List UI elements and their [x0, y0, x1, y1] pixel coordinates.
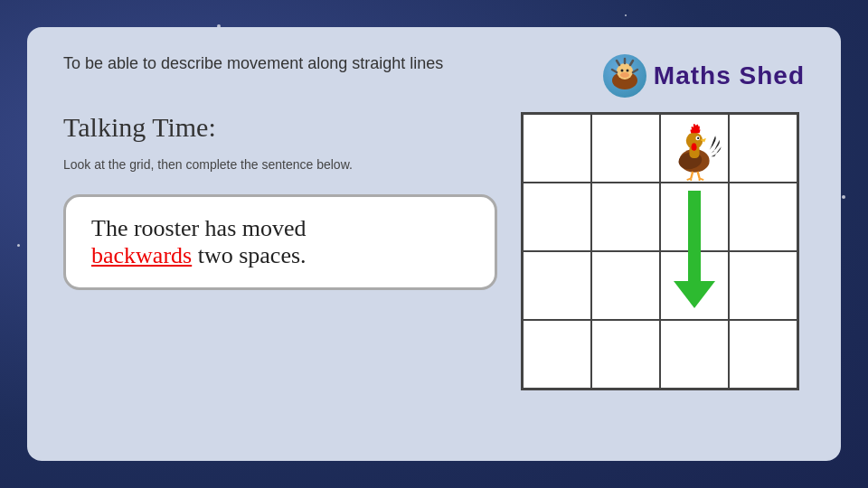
- svg-marker-23: [674, 281, 715, 308]
- svg-point-2: [620, 72, 629, 78]
- sentence-line2: backwards two spaces.: [91, 242, 469, 269]
- grid-cell-0-3: [729, 114, 797, 183]
- grid-cell-2-0: [523, 251, 591, 320]
- svg-line-16: [691, 172, 693, 178]
- sentence-line1: The rooster has moved: [91, 215, 469, 242]
- grid-cell-1-2: [660, 183, 729, 251]
- main-content: Talking Time: Look at the grid, then com…: [63, 112, 805, 434]
- header-row: To be able to describe movement along st…: [63, 54, 805, 98]
- svg-line-8: [612, 70, 617, 72]
- grid-cell-1-3: [729, 183, 797, 251]
- grid-cell-0-0: [523, 114, 591, 183]
- mascot-svg: [605, 56, 645, 96]
- talking-time-label: Talking Time:: [63, 112, 497, 143]
- svg-rect-22: [688, 191, 701, 281]
- movement-grid: [521, 112, 799, 390]
- grid-cell-0-1: [591, 114, 660, 183]
- grid-cell-2-3: [729, 251, 797, 320]
- grid-cell-2-1: [591, 251, 660, 320]
- grid-cell-3-3: [729, 320, 797, 389]
- logo-text: Maths Shed: [654, 63, 805, 89]
- sentence-suffix: two spaces.: [192, 242, 306, 268]
- grid-cell-3-2: [660, 320, 729, 389]
- rooster-image: [661, 115, 728, 182]
- logo-mascot: [603, 54, 646, 98]
- grid-cell-3-1: [591, 320, 660, 389]
- svg-point-4: [626, 70, 628, 72]
- grid-cell-3-0: [523, 320, 591, 389]
- svg-line-17: [698, 172, 700, 178]
- sentence-box: The rooster has moved backwards two spac…: [63, 194, 497, 290]
- objective-text: To be able to describe movement along st…: [63, 54, 443, 73]
- svg-point-3: [620, 70, 623, 72]
- grid-cell-1-0: [523, 183, 591, 251]
- svg-point-15: [697, 137, 699, 139]
- grid-cell-1-1: [591, 183, 660, 251]
- svg-line-9: [633, 70, 637, 72]
- backwards-word: backwards: [91, 242, 192, 268]
- svg-line-7: [630, 61, 633, 65]
- down-arrow-svg: [674, 191, 715, 308]
- right-panel: [515, 112, 805, 434]
- main-card: To be able to describe movement along st…: [27, 27, 841, 461]
- svg-line-6: [617, 61, 619, 65]
- instruction-text: Look at the grid, then complete the sent…: [63, 155, 497, 174]
- left-panel: Talking Time: Look at the grid, then com…: [63, 112, 497, 434]
- logo-area: Maths Shed: [603, 54, 805, 98]
- grid-cell-0-2: [660, 114, 729, 183]
